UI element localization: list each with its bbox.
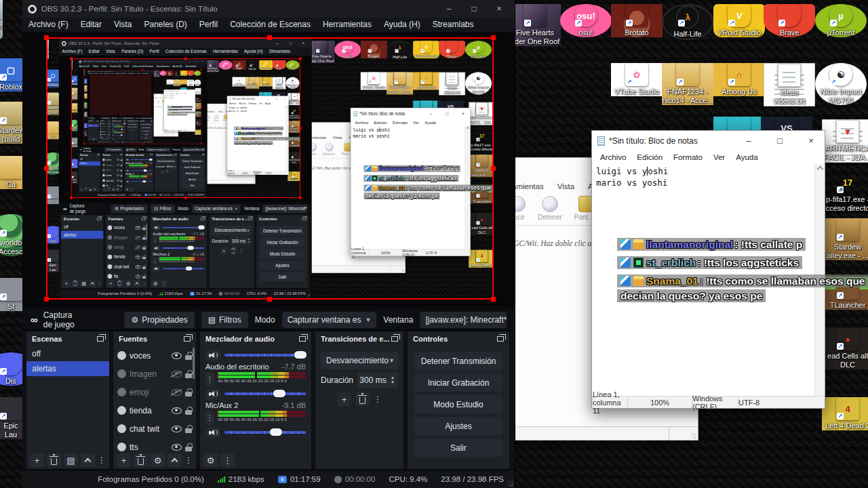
obs-menu-item[interactable]: Ayuda (H): [378, 18, 427, 32]
properties-button[interactable]: ⚙ Propiedades: [124, 312, 194, 328]
visibility-eye-icon[interactable]: [172, 389, 182, 396]
source-item[interactable]: chat twit: [113, 420, 196, 438]
remove-scene-button[interactable]: [47, 453, 61, 467]
dolphin-menu-item[interactable]: Vista: [557, 182, 574, 190]
obs-menu-item[interactable]: Perfil: [193, 18, 224, 32]
visibility-eye-icon[interactable]: [172, 426, 182, 432]
obs-menu-item[interactable]: Colección de Escenas: [224, 18, 317, 32]
desktop-icon[interactable]: µ ↗ µTorrent: [815, 4, 867, 37]
desktop-icon[interactable]: ● ↗ ead Cells all DLC: [822, 327, 868, 369]
mute-button[interactable]: [205, 428, 220, 438]
capture-window-dropdown[interactable]: [javaw.exe]: Minecraft* 1.20 ▼: [420, 312, 507, 328]
lock-icon[interactable]: [185, 373, 192, 378]
scene-filters-button[interactable]: ▤: [64, 453, 78, 467]
maximize-button[interactable]: □: [766, 131, 793, 151]
resize-handle[interactable]: [44, 166, 49, 171]
desktop-icon[interactable]: V ↗ VRoid Studio: [713, 4, 765, 37]
add-scene-button[interactable]: +: [30, 453, 44, 467]
obs-menu-item[interactable]: Herramientas: [317, 18, 378, 32]
popout-icon[interactable]: [184, 336, 191, 342]
close-button[interactable]: ×: [797, 131, 825, 151]
notepad-menu-item[interactable]: Formato: [668, 151, 708, 164]
filters-button[interactable]: ▤ Filtros: [201, 312, 248, 328]
volume-slider[interactable]: [224, 392, 306, 395]
desktop-icon[interactable]: ✿ ↗ VTube Studio: [611, 63, 663, 96]
dolphin-tool-button[interactable]: Detener: [538, 196, 562, 221]
lock-icon[interactable]: [185, 392, 192, 396]
lock-icon[interactable]: [185, 410, 192, 415]
source-item[interactable]: Imagen: [113, 365, 196, 383]
desktop-icon[interactable]: 17 ↗ p-fifa17.exe - cceso directo: [822, 171, 868, 213]
dolphin-menu-item[interactable]: amientas: [512, 182, 544, 190]
scenes-more-button[interactable]: ⋮: [98, 455, 106, 465]
visibility-eye-icon[interactable]: [172, 407, 182, 414]
desktop-icon[interactable]: ideas videos.txt: [764, 63, 815, 106]
notepad-menu-item[interactable]: Ver: [708, 151, 730, 164]
sources-scrollbar[interactable]: [193, 348, 195, 379]
remove-transition-button[interactable]: [355, 392, 370, 406]
scene-item[interactable]: alertas: [26, 361, 109, 376]
source-item[interactable]: tts: [113, 438, 196, 451]
resize-grip[interactable]: [507, 481, 513, 487]
notepad-menu-item[interactable]: Archivo: [595, 151, 631, 164]
resize-handle[interactable]: [267, 35, 272, 40]
mixer-more-button[interactable]: ⋮: [220, 453, 235, 467]
desktop-icon[interactable]: ↗ FNAF1234 - nico14 - Acce...: [662, 63, 713, 105]
lock-icon[interactable]: [185, 355, 192, 360]
close-button[interactable]: ×: [489, 4, 509, 14]
obs-titlebar[interactable]: OBS 30.2.3 - Perfil: Sin Título - Escena…: [22, 0, 515, 18]
resize-handle[interactable]: [491, 297, 496, 302]
resize-handle[interactable]: [491, 166, 496, 171]
channel-options-button[interactable]: ⋮: [205, 372, 214, 386]
popout-icon[interactable]: [391, 336, 398, 342]
volume-slider[interactable]: [224, 354, 306, 357]
desktop-icon[interactable]: 4 ↗ Left 4 Dead 2: [822, 397, 868, 430]
control-button[interactable]: Iniciar Grabación: [414, 373, 502, 392]
resize-handle[interactable]: [491, 35, 496, 40]
popout-icon[interactable]: [97, 336, 104, 342]
obs-menu-item[interactable]: Streamlabs: [427, 18, 480, 32]
slider-knob[interactable]: [294, 351, 307, 359]
slider-knob[interactable]: [270, 428, 282, 436]
source-item[interactable]: voces: [113, 346, 196, 365]
source-item[interactable]: tienda: [113, 401, 196, 420]
desktop-icon[interactable]: ☯ ↗ Nibio Impact MG700: [815, 63, 867, 105]
spinner-arrows-icon[interactable]: ▲▼: [389, 375, 398, 385]
transition-type-dropdown[interactable]: Desvanecimiento ▼: [321, 352, 398, 369]
source-properties-button[interactable]: ⚙: [151, 453, 165, 467]
notepad-menu-item[interactable]: Edición: [631, 151, 668, 164]
visibility-eye-icon[interactable]: [172, 352, 182, 359]
minimize-button[interactable]: –: [439, 4, 459, 14]
capture-mode-dropdown[interactable]: Capturar ventana es ▼: [282, 312, 377, 328]
control-button[interactable]: Ajustes: [414, 417, 502, 435]
desktop-icon[interactable]: ∩ ↗ Among Us: [713, 63, 765, 96]
obs-menu-item[interactable]: Vista: [108, 18, 138, 32]
lock-icon[interactable]: [185, 447, 192, 451]
desktop-icon[interactable]: λ ↗ Half-Life: [662, 4, 713, 40]
mute-button[interactable]: [205, 389, 220, 399]
notepad-titlebar[interactable]: *Sin título: Bloc de notas – □ ×: [592, 131, 825, 151]
popout-icon[interactable]: [299, 336, 306, 342]
obs-menu-item[interactable]: Paneles (D): [138, 18, 193, 32]
obs-menu-item[interactable]: Archivo (F): [22, 18, 75, 32]
control-button[interactable]: Salir: [414, 439, 502, 457]
scene-item[interactable]: off: [26, 346, 109, 361]
resize-grip[interactable]: [691, 433, 696, 439]
mute-button[interactable]: [205, 350, 220, 361]
maximize-button[interactable]: □: [464, 4, 484, 14]
source-item[interactable]: emoji: [113, 383, 196, 401]
sources-more-button[interactable]: ⋮: [184, 455, 193, 465]
volume-slider[interactable]: [224, 431, 306, 434]
desktop-icon[interactable]: ▼ ARITMÉTICA FACIL - JUA...: [822, 119, 868, 163]
desktop-icon[interactable]: ↗ Five Hearts nder One Roof: [509, 4, 561, 46]
screen-capture-source[interactable]: ↗ Five Hearts nder One Roof osu! ↗ osu!: [46, 37, 494, 300]
minimize-button[interactable]: –: [735, 131, 762, 151]
control-button[interactable]: Detener Transmisión: [414, 352, 502, 370]
add-source-button[interactable]: +: [117, 453, 131, 467]
move-scene-up-button[interactable]: [81, 453, 95, 467]
desktop-icon[interactable]: ↗ Brotato: [611, 4, 663, 37]
slider-knob[interactable]: [273, 390, 285, 397]
add-transition-button[interactable]: +: [337, 392, 351, 406]
resize-handle[interactable]: [44, 297, 49, 302]
lock-icon[interactable]: [185, 428, 192, 433]
